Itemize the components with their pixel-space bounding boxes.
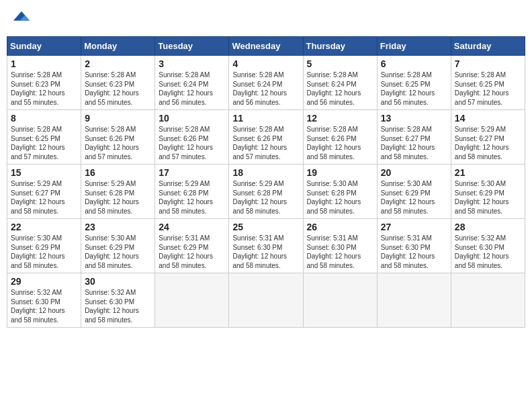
day-number: 2 bbox=[85, 58, 151, 69]
day-info: Sunrise: 5:28 AM Sunset: 6:24 PM Dayligh… bbox=[307, 71, 373, 107]
day-number: 13 bbox=[381, 113, 447, 124]
day-number: 11 bbox=[232, 113, 299, 124]
calendar-cell: 23 Sunrise: 5:30 AM Sunset: 6:29 PM Dayl… bbox=[81, 219, 155, 273]
calendar-cell: 10 Sunrise: 5:28 AM Sunset: 6:26 PM Dayl… bbox=[155, 110, 229, 165]
day-number: 18 bbox=[232, 167, 299, 178]
day-info: Sunrise: 5:31 AM Sunset: 6:30 PM Dayligh… bbox=[232, 234, 299, 270]
calendar-cell: 6 Sunrise: 5:28 AM Sunset: 6:25 PM Dayli… bbox=[377, 56, 451, 110]
header bbox=[7, 7, 525, 31]
day-info: Sunrise: 5:32 AM Sunset: 6:30 PM Dayligh… bbox=[11, 288, 77, 324]
calendar-cell: 9 Sunrise: 5:28 AM Sunset: 6:26 PM Dayli… bbox=[81, 110, 155, 165]
calendar-week-3: 15 Sunrise: 5:29 AM Sunset: 6:27 PM Dayl… bbox=[7, 165, 525, 219]
day-info: Sunrise: 5:30 AM Sunset: 6:29 PM Dayligh… bbox=[455, 179, 521, 216]
calendar-cell: 30 Sunrise: 5:32 AM Sunset: 6:30 PM Dayl… bbox=[81, 273, 155, 328]
day-info: Sunrise: 5:31 AM Sunset: 6:29 PM Dayligh… bbox=[159, 234, 225, 270]
day-info: Sunrise: 5:30 AM Sunset: 6:29 PM Dayligh… bbox=[381, 179, 447, 216]
day-number: 27 bbox=[381, 222, 447, 232]
calendar-cell: 17 Sunrise: 5:29 AM Sunset: 6:28 PM Dayl… bbox=[155, 165, 229, 219]
calendar-header-thursday: Thursday bbox=[303, 37, 377, 56]
calendar-header-monday: Monday bbox=[81, 37, 155, 56]
day-number: 29 bbox=[11, 276, 77, 287]
calendar-cell bbox=[229, 273, 303, 328]
day-info: Sunrise: 5:28 AM Sunset: 6:25 PM Dayligh… bbox=[11, 125, 77, 161]
day-number: 21 bbox=[455, 167, 521, 178]
calendar-cell bbox=[303, 273, 377, 328]
calendar-week-5: 29 Sunrise: 5:32 AM Sunset: 6:30 PM Dayl… bbox=[7, 273, 525, 328]
logo-icon bbox=[12, 9, 31, 28]
calendar-header-wednesday: Wednesday bbox=[229, 37, 303, 56]
calendar-cell: 7 Sunrise: 5:28 AM Sunset: 6:25 PM Dayli… bbox=[451, 56, 525, 110]
day-number: 30 bbox=[85, 276, 151, 287]
calendar-cell: 14 Sunrise: 5:29 AM Sunset: 6:27 PM Dayl… bbox=[451, 110, 525, 165]
calendar-header-row: SundayMondayTuesdayWednesdayThursdayFrid… bbox=[7, 37, 525, 56]
day-info: Sunrise: 5:28 AM Sunset: 6:25 PM Dayligh… bbox=[381, 71, 447, 107]
calendar-cell: 21 Sunrise: 5:30 AM Sunset: 6:29 PM Dayl… bbox=[451, 165, 525, 219]
day-info: Sunrise: 5:29 AM Sunset: 6:27 PM Dayligh… bbox=[455, 125, 521, 161]
day-number: 22 bbox=[11, 222, 77, 232]
calendar-cell: 19 Sunrise: 5:30 AM Sunset: 6:28 PM Dayl… bbox=[303, 165, 377, 219]
day-number: 17 bbox=[159, 167, 225, 178]
day-info: Sunrise: 5:30 AM Sunset: 6:29 PM Dayligh… bbox=[85, 234, 151, 270]
calendar-cell: 1 Sunrise: 5:28 AM Sunset: 6:23 PM Dayli… bbox=[7, 56, 81, 110]
day-number: 15 bbox=[11, 167, 77, 178]
calendar-cell bbox=[155, 273, 229, 328]
day-number: 6 bbox=[381, 58, 447, 69]
day-number: 3 bbox=[159, 58, 225, 69]
day-number: 12 bbox=[307, 113, 373, 124]
day-number: 20 bbox=[381, 167, 447, 178]
day-info: Sunrise: 5:28 AM Sunset: 6:26 PM Dayligh… bbox=[159, 125, 225, 161]
day-info: Sunrise: 5:28 AM Sunset: 6:27 PM Dayligh… bbox=[381, 125, 447, 161]
day-number: 16 bbox=[85, 167, 151, 178]
day-info: Sunrise: 5:28 AM Sunset: 6:25 PM Dayligh… bbox=[455, 71, 521, 107]
day-info: Sunrise: 5:32 AM Sunset: 6:30 PM Dayligh… bbox=[85, 288, 151, 324]
calendar-cell: 2 Sunrise: 5:28 AM Sunset: 6:23 PM Dayli… bbox=[81, 56, 155, 110]
day-number: 10 bbox=[159, 113, 225, 124]
day-info: Sunrise: 5:29 AM Sunset: 6:27 PM Dayligh… bbox=[11, 179, 77, 216]
calendar-cell bbox=[377, 273, 451, 328]
calendar-cell: 26 Sunrise: 5:31 AM Sunset: 6:30 PM Dayl… bbox=[303, 219, 377, 273]
day-info: Sunrise: 5:28 AM Sunset: 6:24 PM Dayligh… bbox=[232, 71, 299, 107]
day-info: Sunrise: 5:31 AM Sunset: 6:30 PM Dayligh… bbox=[307, 234, 373, 270]
day-info: Sunrise: 5:28 AM Sunset: 6:26 PM Dayligh… bbox=[85, 125, 151, 161]
calendar-cell: 29 Sunrise: 5:32 AM Sunset: 6:30 PM Dayl… bbox=[7, 273, 81, 328]
calendar-table: SundayMondayTuesdayWednesdayThursdayFrid… bbox=[7, 36, 525, 328]
calendar-body: 1 Sunrise: 5:28 AM Sunset: 6:23 PM Dayli… bbox=[7, 56, 525, 328]
calendar-cell: 8 Sunrise: 5:28 AM Sunset: 6:25 PM Dayli… bbox=[7, 110, 81, 165]
calendar-cell: 18 Sunrise: 5:29 AM Sunset: 6:28 PM Dayl… bbox=[229, 165, 303, 219]
day-info: Sunrise: 5:31 AM Sunset: 6:30 PM Dayligh… bbox=[381, 234, 447, 270]
calendar-header-friday: Friday bbox=[377, 37, 451, 56]
calendar-cell bbox=[451, 273, 525, 328]
calendar-week-2: 8 Sunrise: 5:28 AM Sunset: 6:25 PM Dayli… bbox=[7, 110, 525, 165]
day-info: Sunrise: 5:28 AM Sunset: 6:26 PM Dayligh… bbox=[232, 125, 299, 161]
calendar-cell: 3 Sunrise: 5:28 AM Sunset: 6:24 PM Dayli… bbox=[155, 56, 229, 110]
calendar-cell: 5 Sunrise: 5:28 AM Sunset: 6:24 PM Dayli… bbox=[303, 56, 377, 110]
day-info: Sunrise: 5:28 AM Sunset: 6:26 PM Dayligh… bbox=[307, 125, 373, 161]
calendar-cell: 28 Sunrise: 5:32 AM Sunset: 6:30 PM Dayl… bbox=[451, 219, 525, 273]
calendar-week-1: 1 Sunrise: 5:28 AM Sunset: 6:23 PM Dayli… bbox=[7, 56, 525, 110]
day-number: 23 bbox=[85, 222, 151, 232]
calendar-cell: 11 Sunrise: 5:28 AM Sunset: 6:26 PM Dayl… bbox=[229, 110, 303, 165]
calendar-cell: 12 Sunrise: 5:28 AM Sunset: 6:26 PM Dayl… bbox=[303, 110, 377, 165]
day-number: 25 bbox=[232, 222, 299, 232]
day-number: 28 bbox=[455, 222, 521, 232]
calendar-cell: 25 Sunrise: 5:31 AM Sunset: 6:30 PM Dayl… bbox=[229, 219, 303, 273]
day-info: Sunrise: 5:30 AM Sunset: 6:28 PM Dayligh… bbox=[307, 179, 373, 216]
calendar-cell: 24 Sunrise: 5:31 AM Sunset: 6:29 PM Dayl… bbox=[155, 219, 229, 273]
logo bbox=[12, 9, 34, 28]
day-number: 5 bbox=[307, 58, 373, 69]
day-info: Sunrise: 5:29 AM Sunset: 6:28 PM Dayligh… bbox=[85, 179, 151, 216]
day-number: 14 bbox=[455, 113, 521, 124]
day-number: 7 bbox=[455, 58, 521, 69]
calendar-cell: 16 Sunrise: 5:29 AM Sunset: 6:28 PM Dayl… bbox=[81, 165, 155, 219]
calendar-week-4: 22 Sunrise: 5:30 AM Sunset: 6:29 PM Dayl… bbox=[7, 219, 525, 273]
day-info: Sunrise: 5:29 AM Sunset: 6:28 PM Dayligh… bbox=[232, 179, 299, 216]
calendar-cell: 20 Sunrise: 5:30 AM Sunset: 6:29 PM Dayl… bbox=[377, 165, 451, 219]
day-info: Sunrise: 5:28 AM Sunset: 6:23 PM Dayligh… bbox=[11, 71, 77, 107]
day-number: 8 bbox=[11, 113, 77, 124]
day-number: 1 bbox=[11, 58, 77, 69]
day-number: 19 bbox=[307, 167, 373, 178]
calendar-header-saturday: Saturday bbox=[451, 37, 525, 56]
day-info: Sunrise: 5:30 AM Sunset: 6:29 PM Dayligh… bbox=[11, 234, 77, 270]
day-info: Sunrise: 5:28 AM Sunset: 6:24 PM Dayligh… bbox=[159, 71, 225, 107]
calendar-cell: 15 Sunrise: 5:29 AM Sunset: 6:27 PM Dayl… bbox=[7, 165, 81, 219]
